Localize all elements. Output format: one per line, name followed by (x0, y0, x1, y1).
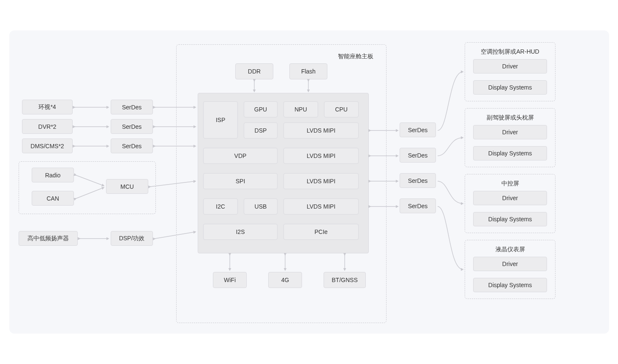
d4-display: Display Systems (473, 278, 547, 292)
block-speaker: 高中低频扬声器 (19, 231, 78, 246)
block-i2c: I2C (203, 198, 238, 215)
block-cpu: CPU (324, 101, 359, 117)
block-i2s: I2S (203, 224, 278, 240)
block-flash: Flash (289, 63, 327, 79)
d3-title: 中控屏 (469, 180, 551, 187)
block-serdes-l3: SerDes (111, 139, 153, 153)
d3-driver: Driver (473, 191, 547, 205)
block-serdes-r4: SerDes (400, 198, 436, 213)
block-wifi: WiFi (213, 272, 247, 288)
d1-title: 空调控制屏或AR-HUD (469, 48, 551, 56)
block-cam2: DVR*2 (22, 119, 73, 134)
main-board-title: 智能座舱主板 (330, 53, 381, 60)
d2-title: 副驾驶屏或头枕屏 (469, 114, 551, 122)
block-isp: ISP (203, 101, 238, 139)
block-mcu: MCU (106, 179, 148, 194)
block-lvds3: LVDS MIPI (283, 173, 359, 189)
block-spi: SPI (203, 173, 278, 189)
block-can: CAN (32, 191, 74, 206)
block-btgnss: BT/GNSS (324, 272, 366, 288)
block-cam1: 环视*4 (22, 100, 73, 114)
diagram-canvas: 智能座舱主板 DDR Flash ISP GPU NPU CPU DSP LVD… (9, 30, 609, 334)
block-serdes-l1: SerDes (111, 100, 153, 114)
d2-driver: Driver (473, 125, 547, 139)
block-ddr: DDR (235, 63, 273, 79)
block-4g: 4G (268, 272, 302, 288)
d4-title: 液晶仪表屏 (469, 246, 551, 253)
block-serdes-l2: SerDes (111, 119, 153, 134)
block-dsp: DSP (244, 122, 278, 139)
block-npu: NPU (283, 101, 318, 117)
d3-display: Display Systems (473, 212, 547, 226)
block-lvds2: LVDS MIPI (283, 148, 359, 164)
block-cam3: DMS/CMS*2 (22, 139, 73, 153)
block-serdes-r3: SerDes (400, 173, 436, 188)
d1-display: Display Systems (473, 80, 547, 95)
block-lvds4: LVDS MIPI (283, 198, 359, 215)
block-gpu: GPU (244, 101, 278, 117)
d1-driver: Driver (473, 59, 547, 73)
block-dspfx: DSP/功效 (111, 231, 153, 246)
d4-driver: Driver (473, 257, 547, 271)
block-pcie: PCIe (283, 224, 359, 240)
block-usb: USB (244, 198, 278, 215)
block-lvds1: LVDS MIPI (283, 122, 359, 139)
block-vdp: VDP (203, 148, 278, 164)
block-radio: Radio (32, 168, 74, 182)
watermark: 知乎 @东晓一家 (496, 337, 601, 356)
block-serdes-r1: SerDes (400, 122, 436, 137)
block-serdes-r2: SerDes (400, 148, 436, 163)
d2-display: Display Systems (473, 146, 547, 160)
